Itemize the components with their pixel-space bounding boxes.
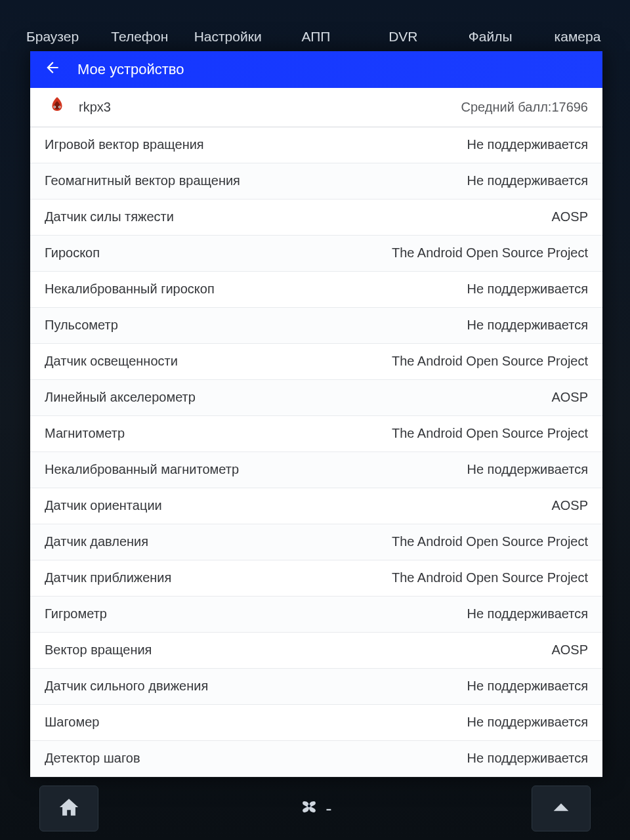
home-button[interactable] bbox=[39, 786, 98, 831]
sensor-row[interactable]: Датчик ориентацииAOSP bbox=[30, 488, 602, 524]
sensor-label: Вектор вращения bbox=[45, 642, 152, 658]
fan-text: - bbox=[326, 798, 331, 819]
sensor-row[interactable]: Датчик силы тяжестиAOSP bbox=[30, 200, 602, 236]
sensor-value: The Android Open Source Project bbox=[392, 354, 588, 369]
sensor-label: Пульсометр bbox=[45, 318, 118, 333]
sensor-value: Не поддерживается bbox=[467, 137, 588, 152]
launcher-label: Браузер bbox=[26, 29, 79, 45]
sensor-value: Не поддерживается bbox=[467, 715, 588, 730]
chevron-up-icon bbox=[550, 796, 572, 821]
sensor-value: AOSP bbox=[551, 209, 588, 224]
sensor-row[interactable]: Датчик давленияThe Android Open Source P… bbox=[30, 524, 602, 560]
launcher-item-camera[interactable]: камера bbox=[545, 29, 610, 45]
back-button[interactable] bbox=[39, 56, 66, 83]
sensor-value: Не поддерживается bbox=[467, 606, 588, 621]
device-score: Средний балл:17696 bbox=[461, 100, 589, 115]
sensor-value: AOSP bbox=[551, 390, 588, 405]
sensor-row[interactable]: Датчик освещенностиThe Android Open Sour… bbox=[30, 344, 602, 380]
sensor-row[interactable]: ПульсометрНе поддерживается bbox=[30, 308, 602, 344]
launcher-label: Телефон bbox=[111, 29, 168, 45]
sensor-row[interactable]: Игровой вектор вращенияНе поддерживается bbox=[30, 127, 602, 163]
sensor-value: Не поддерживается bbox=[467, 318, 588, 333]
sensor-value: Не поддерживается bbox=[467, 679, 588, 694]
device-summary: rkpx3 Средний балл:17696 bbox=[30, 88, 602, 127]
launcher-bar: Браузер Телефон Настройки АПП DVR Файлы … bbox=[0, 0, 630, 51]
antutu-flame-icon bbox=[45, 94, 70, 119]
antutu-app: Мое устройство rkpx3 Средний балл:17696 … bbox=[30, 51, 602, 777]
sensor-row[interactable]: Датчик приближенияThe Android Open Sourc… bbox=[30, 560, 602, 597]
svg-point-2 bbox=[54, 107, 56, 108]
sensor-value: Не поддерживается bbox=[467, 282, 588, 297]
sensor-label: Магнитометр bbox=[45, 426, 125, 441]
sensor-label: Датчик приближения bbox=[45, 570, 171, 585]
sensor-label: Гироскоп bbox=[45, 245, 100, 261]
sensor-row[interactable]: Вектор вращенияAOSP bbox=[30, 633, 602, 669]
launcher-label: Настройки bbox=[194, 29, 262, 45]
sensor-value: Не поддерживается bbox=[467, 462, 588, 477]
device-name: rkpx3 bbox=[79, 100, 111, 115]
sensor-row[interactable]: МагнитометрThe Android Open Source Proje… bbox=[30, 416, 602, 452]
sensor-value: Не поддерживается bbox=[467, 173, 588, 188]
launcher-label: Файлы bbox=[469, 29, 513, 45]
sensor-label: Некалиброванный гироскоп bbox=[45, 282, 215, 297]
sensor-label: Датчик сильного движения bbox=[45, 679, 208, 694]
launcher-item-files[interactable]: Файлы bbox=[457, 29, 523, 45]
launcher-item-browser[interactable]: Браузер bbox=[20, 29, 85, 45]
launcher-label: АПП bbox=[301, 29, 330, 45]
launcher-item-phone[interactable]: Телефон bbox=[107, 29, 173, 45]
sensor-label: Детектор шагов bbox=[45, 751, 140, 766]
launcher-item-app[interactable]: АПП bbox=[283, 29, 348, 45]
fan-widget[interactable]: - bbox=[298, 795, 331, 822]
svg-point-3 bbox=[59, 107, 60, 108]
sensor-value: The Android Open Source Project bbox=[392, 426, 588, 441]
sensor-label: Некалиброванный магнитометр bbox=[45, 462, 239, 477]
sensor-row[interactable]: Некалиброванный гироскопНе поддерживаетс… bbox=[30, 272, 602, 308]
sensor-value: AOSP bbox=[551, 498, 588, 513]
arrow-left-icon bbox=[44, 59, 61, 80]
sensor-row[interactable]: ГигрометрНе поддерживается bbox=[30, 597, 602, 633]
launcher-label: DVR bbox=[388, 29, 417, 45]
launcher-item-settings[interactable]: Настройки bbox=[194, 29, 262, 45]
launcher-label: камера bbox=[555, 29, 601, 45]
sensor-value: The Android Open Source Project bbox=[392, 570, 588, 585]
sensor-row[interactable]: Детектор шаговНе поддерживается bbox=[30, 741, 602, 777]
sensor-row[interactable]: Геомагнитный вектор вращенияНе поддержив… bbox=[30, 163, 602, 200]
sensor-row[interactable]: Некалиброванный магнитометрНе поддержива… bbox=[30, 452, 602, 488]
sensor-label: Шагомер bbox=[45, 715, 99, 730]
sensor-label: Геомагнитный вектор вращения bbox=[45, 173, 240, 188]
screen: Браузер Телефон Настройки АПП DVR Файлы … bbox=[0, 0, 630, 840]
sensor-row[interactable]: Датчик сильного движенияНе поддерживаетс… bbox=[30, 669, 602, 705]
sensor-label: Датчик силы тяжести bbox=[45, 209, 174, 224]
page-title: Мое устройство bbox=[77, 61, 184, 78]
sensor-value: The Android Open Source Project bbox=[392, 245, 588, 261]
bottom-nav-bar: - bbox=[0, 777, 630, 840]
sensor-label: Датчик давления bbox=[45, 534, 148, 549]
home-icon bbox=[58, 796, 80, 821]
sensor-label: Игровой вектор вращения bbox=[45, 137, 204, 152]
sensor-label: Датчик освещенности bbox=[45, 354, 178, 369]
svg-point-4 bbox=[308, 805, 311, 808]
launcher-item-dvr[interactable]: DVR bbox=[370, 29, 436, 45]
fan-icon bbox=[298, 795, 320, 822]
sensor-value: AOSP bbox=[551, 642, 588, 658]
sensor-row[interactable]: ГироскопThe Android Open Source Project bbox=[30, 236, 602, 272]
app-header: Мое устройство bbox=[30, 51, 602, 88]
sensor-list[interactable]: Игровой вектор вращенияНе поддерживается… bbox=[30, 127, 602, 777]
sensor-label: Датчик ориентации bbox=[45, 498, 162, 513]
sensor-row[interactable]: Линейный акселерометрAOSP bbox=[30, 380, 602, 416]
up-button[interactable] bbox=[532, 786, 591, 831]
sensor-label: Линейный акселерометр bbox=[45, 390, 196, 405]
sensor-row[interactable]: ШагомерНе поддерживается bbox=[30, 705, 602, 741]
sensor-label: Гигрометр bbox=[45, 606, 107, 621]
sensor-value: Не поддерживается bbox=[467, 751, 588, 766]
sensor-value: The Android Open Source Project bbox=[392, 534, 588, 549]
